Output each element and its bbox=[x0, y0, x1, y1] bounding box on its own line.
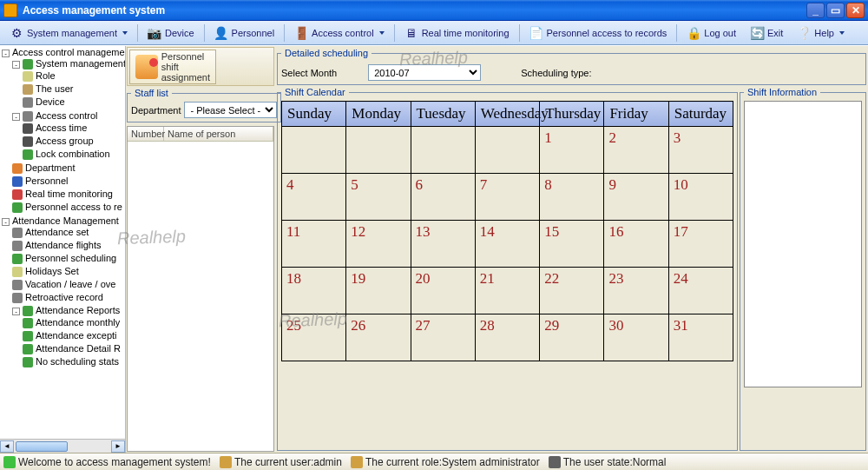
calendar-cell[interactable] bbox=[282, 127, 346, 174]
calendar-cell[interactable]: 24 bbox=[668, 268, 733, 314]
calendar-cell[interactable]: 30 bbox=[604, 314, 668, 361]
calendar-cell[interactable] bbox=[475, 127, 539, 174]
help-icon: ❔ bbox=[797, 26, 811, 40]
calendar-cell[interactable]: 19 bbox=[346, 268, 411, 314]
tree-device[interactable]: Device bbox=[23, 96, 125, 109]
col-number[interactable]: Number bbox=[128, 127, 164, 141]
status-welcome: Welcome to access management system! bbox=[18, 456, 211, 468]
tree-department[interactable]: Department bbox=[12, 162, 125, 175]
tool-real-time-monitoring[interactable]: 🖥Real time monitoring bbox=[398, 23, 516, 43]
calendar-cell[interactable]: 17 bbox=[668, 221, 733, 268]
tree-access-control[interactable]: -Access control Access time Access group… bbox=[12, 109, 125, 162]
person-icon: 👤 bbox=[214, 26, 228, 40]
calendar-cell[interactable]: 11 bbox=[282, 221, 346, 268]
tree-attendance-set[interactable]: Attendance set bbox=[12, 226, 125, 239]
staff-grid[interactable]: Number Name of person bbox=[127, 126, 274, 452]
tool-exit[interactable]: 🔄Exit bbox=[744, 23, 789, 43]
calendar-cell[interactable]: 2 bbox=[604, 127, 668, 174]
staff-list-legend: Staff list bbox=[131, 88, 172, 98]
calendar-cell[interactable]: 10 bbox=[668, 174, 733, 221]
minimize-button[interactable]: _ bbox=[806, 3, 825, 18]
tree-the-user[interactable]: The user bbox=[23, 83, 125, 96]
department-select[interactable]: - Please Select - bbox=[184, 102, 277, 118]
calendar-cell[interactable] bbox=[411, 127, 475, 174]
calendar-cell[interactable]: 25 bbox=[282, 314, 346, 361]
tree-real-time-monitoring[interactable]: Real time monitoring bbox=[12, 188, 125, 201]
calendar-cell[interactable] bbox=[346, 127, 411, 174]
tree-attendance-excepti[interactable]: Attendance excepti bbox=[23, 329, 125, 342]
tree-no-scheduling[interactable]: No scheduling stats bbox=[23, 355, 125, 368]
tool-personnel-access-records[interactable]: 📄Personnel access to records bbox=[523, 23, 674, 43]
calendar-cell[interactable]: 4 bbox=[282, 174, 346, 221]
status-role: The current role:System administrator bbox=[365, 456, 540, 468]
calendar-cell[interactable]: 8 bbox=[540, 174, 604, 221]
calendar-cell[interactable]: 26 bbox=[346, 314, 411, 361]
calendar-cell[interactable]: 20 bbox=[411, 268, 475, 314]
calendar-cell[interactable]: 29 bbox=[540, 314, 604, 361]
gear-icon: ⚙ bbox=[10, 26, 23, 40]
calendar-day-header: Saturday bbox=[668, 102, 733, 127]
calendar-cell[interactable]: 14 bbox=[475, 221, 539, 268]
calendar-cell[interactable]: 13 bbox=[411, 221, 475, 268]
tree-vacation[interactable]: Vacation / leave / ove bbox=[12, 278, 125, 291]
tool-device[interactable]: 📷Device bbox=[141, 23, 201, 43]
calendar-grid[interactable]: SundayMondayTuesdayWednesdayThursdayFrid… bbox=[281, 101, 733, 361]
calendar-cell[interactable]: 7 bbox=[475, 174, 539, 221]
chevron-down-icon bbox=[839, 31, 845, 35]
calendar-cell[interactable]: 23 bbox=[604, 268, 668, 314]
tree-role[interactable]: Role bbox=[23, 70, 125, 83]
shift-information-legend: Shift Information bbox=[744, 87, 820, 97]
action-button-bar: Personnel shift assignment bbox=[127, 47, 274, 86]
tree-retroactive[interactable]: Retroactive record bbox=[12, 291, 125, 304]
tree-holidays-set[interactable]: Holidays Set bbox=[12, 265, 125, 278]
shift-calendar-legend: Shift Calendar bbox=[281, 87, 349, 97]
tool-log-out[interactable]: 🔒Log out bbox=[681, 23, 742, 43]
tree-personnel[interactable]: Personnel bbox=[12, 175, 125, 188]
tree-attendance-detail[interactable]: Attendance Detail R bbox=[23, 342, 125, 355]
title-bar: Access management system _ ▭ ✕ bbox=[0, 0, 868, 21]
tree-personnel-access-records[interactable]: Personnel access to re bbox=[12, 201, 125, 214]
tree-attendance-flights[interactable]: Attendance flights bbox=[12, 239, 125, 252]
calendar-cell[interactable]: 1 bbox=[540, 127, 604, 174]
tool-help[interactable]: ❔Help bbox=[791, 23, 851, 43]
tool-access-control[interactable]: 🚪Access control bbox=[288, 23, 391, 43]
calendar-cell[interactable]: 5 bbox=[346, 174, 411, 221]
tree-horizontal-scrollbar[interactable]: ◄► bbox=[0, 439, 125, 453]
tree-attendance-reports[interactable]: -Attendance Reports Attendance monthly A… bbox=[12, 304, 125, 369]
personnel-shift-assignment-button[interactable]: Personnel shift assignment bbox=[129, 50, 216, 84]
close-button[interactable]: ✕ bbox=[846, 3, 865, 18]
calendar-day-header: Friday bbox=[604, 102, 668, 127]
tree-root-access-control-mgmt[interactable]: -Access control management -System manag… bbox=[2, 46, 125, 215]
tree-system-management[interactable]: -System management Role The user Device bbox=[12, 57, 125, 109]
calendar-cell[interactable]: 15 bbox=[540, 221, 604, 268]
tree-attendance-monthly[interactable]: Attendance monthly bbox=[23, 316, 125, 329]
navigation-tree[interactable]: -Access control management -System manag… bbox=[0, 46, 126, 453]
tool-system-management[interactable]: ⚙System management bbox=[3, 23, 134, 43]
tree-personnel-scheduling[interactable]: Personnel scheduling bbox=[12, 252, 125, 265]
calendar-cell[interactable]: 9 bbox=[604, 174, 668, 221]
calendar-cell[interactable]: 16 bbox=[604, 221, 668, 268]
main-toolbar: ⚙System management 📷Device 👤Personnel 🚪A… bbox=[0, 21, 868, 45]
calendar-cell[interactable]: 18 bbox=[282, 268, 346, 314]
calendar-cell[interactable]: 27 bbox=[411, 314, 475, 361]
calendar-cell[interactable]: 12 bbox=[346, 221, 411, 268]
calendar-cell[interactable]: 21 bbox=[475, 268, 539, 314]
calendar-cell[interactable]: 3 bbox=[668, 127, 733, 174]
tree-root-attendance-mgmt[interactable]: -Attendance Management Attendance set At… bbox=[2, 215, 125, 370]
tree-access-group[interactable]: Access group bbox=[23, 135, 125, 148]
tree-lock-combination[interactable]: Lock combination bbox=[23, 148, 125, 161]
calendar-cell[interactable]: 28 bbox=[475, 314, 539, 361]
col-name[interactable]: Name of person bbox=[164, 127, 273, 141]
month-select[interactable]: 2010-07 bbox=[368, 64, 481, 81]
calendar-cell[interactable]: 22 bbox=[540, 268, 604, 314]
tool-personnel[interactable]: 👤Personnel bbox=[208, 23, 281, 43]
shift-information-body bbox=[744, 101, 862, 387]
device-icon: 📷 bbox=[148, 26, 161, 40]
status-state: The user state:Normal bbox=[563, 456, 667, 468]
logout-icon: 🔒 bbox=[687, 26, 700, 40]
calendar-cell[interactable]: 31 bbox=[668, 314, 733, 361]
shift-information-fieldset: Shift Information bbox=[740, 87, 866, 451]
tree-access-time[interactable]: Access time bbox=[23, 122, 125, 135]
maximize-button[interactable]: ▭ bbox=[826, 3, 845, 18]
calendar-cell[interactable]: 6 bbox=[411, 174, 475, 221]
